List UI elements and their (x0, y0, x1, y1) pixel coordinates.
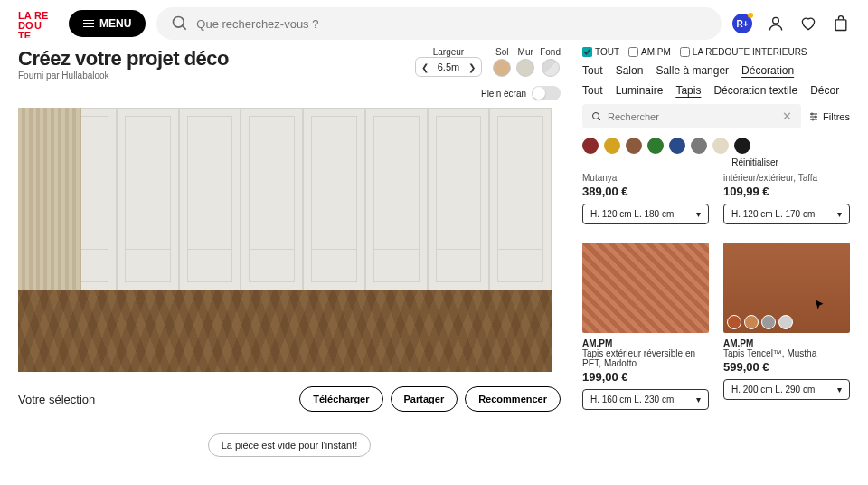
svg-text:U: U (34, 20, 42, 31)
search-bar[interactable] (156, 7, 722, 40)
product-image[interactable] (723, 242, 850, 333)
product-price: 389,00 € (582, 185, 709, 198)
logo[interactable]: LAREDOUTE (18, 9, 58, 38)
product-brand: Mutanya (582, 173, 709, 183)
sub-tab-luminaire[interactable]: Luminaire (616, 84, 664, 97)
menu-label: MENU (99, 17, 131, 30)
svg-point-9 (593, 112, 599, 119)
width-stepper[interactable]: ❮ 6.5m ❯ (415, 57, 482, 77)
selection-label: Votre sélection (18, 393, 95, 406)
wishlist-icon[interactable] (799, 14, 817, 33)
product-price: 109,99 € (723, 185, 850, 198)
product-name: Tapis extérieur réversible en PET, Madot… (582, 348, 709, 368)
brand-laredoute-checkbox[interactable]: LA REDOUTE INTERIEURS (680, 47, 807, 57)
product-price: 199,00 € (582, 370, 709, 384)
product-name: Tapis Tencel™, Mustha (723, 348, 850, 358)
chevron-left-icon[interactable]: ❮ (421, 62, 429, 72)
mur-swatch[interactable] (516, 59, 534, 77)
chevron-down-icon: ▾ (696, 209, 701, 219)
sliders-icon (808, 111, 819, 122)
brand-ampm-checkbox[interactable]: AM.PM (628, 47, 671, 57)
product-image[interactable] (582, 242, 709, 333)
chevron-down-icon: ▾ (837, 209, 842, 219)
sol-swatch[interactable] (493, 59, 511, 77)
sub-tab-tapis[interactable]: Tapis (675, 84, 701, 97)
product-brand: AM.PM (582, 338, 709, 348)
catalog-search[interactable]: ✕ (582, 104, 801, 128)
svg-point-15 (815, 116, 816, 118)
sub-tab-textile[interactable]: Décoration textile (713, 84, 797, 97)
variant-swatch[interactable] (727, 315, 741, 329)
clear-icon[interactable]: ✕ (782, 109, 792, 123)
sub-tab-tout[interactable]: Tout (582, 84, 603, 97)
share-button[interactable]: Partager (391, 386, 458, 412)
color-swatch[interactable] (582, 138, 599, 154)
color-swatch[interactable] (669, 138, 685, 154)
size-select[interactable]: H. 120 cm L. 170 cm▾ (723, 204, 850, 224)
svg-point-7 (773, 17, 779, 24)
account-icon[interactable] (767, 14, 785, 33)
variant-swatch[interactable] (744, 315, 759, 329)
product-card[interactable]: AM.PM Tapis Tencel™, Mustha 599,00 € H. … (723, 242, 850, 400)
svg-line-6 (183, 26, 186, 30)
room-preview[interactable] (18, 108, 552, 372)
chevron-down-icon: ▾ (696, 395, 701, 404)
brand-all-checkbox[interactable]: TOUT (582, 47, 619, 57)
search-icon (591, 111, 602, 122)
catalog-search-input[interactable] (608, 111, 777, 122)
color-swatch[interactable] (712, 138, 729, 154)
search-input[interactable] (196, 17, 707, 31)
product-name: intérieur/extérieur, Taffa (723, 173, 850, 183)
svg-point-16 (812, 119, 814, 120)
color-swatch[interactable] (604, 138, 620, 154)
search-icon (171, 14, 189, 33)
color-swatch[interactable] (691, 138, 707, 154)
empty-message: La pièce est vide pour l'instant! (208, 433, 372, 457)
product-card[interactable]: AM.PM Tapis extérieur réversible en PET,… (582, 242, 709, 410)
variant-swatches (727, 315, 793, 329)
filters-button[interactable]: Filtres (808, 111, 850, 122)
mur-label: Mur (518, 47, 533, 57)
hamburger-icon (83, 20, 94, 28)
size-select[interactable]: H. 160 cm L. 230 cm▾ (582, 389, 709, 410)
chevron-right-icon[interactable]: ❯ (468, 62, 476, 72)
width-value: 6.5m (438, 62, 459, 72)
fullscreen-toggle[interactable] (532, 86, 561, 100)
page-title: Créez votre projet déco (18, 47, 229, 71)
svg-rect-8 (835, 20, 846, 31)
color-swatch[interactable] (647, 138, 664, 154)
cursor-icon (814, 299, 826, 311)
download-button[interactable]: Télécharger (299, 386, 382, 412)
svg-point-5 (174, 17, 184, 28)
restart-button[interactable]: Recommencer (465, 386, 561, 412)
product-price: 599,00 € (723, 360, 850, 374)
svg-text:TE: TE (18, 30, 31, 38)
chevron-down-icon: ▾ (837, 385, 842, 395)
size-select[interactable]: H. 120 cm L. 180 cm▾ (582, 204, 709, 224)
variant-swatch[interactable] (778, 315, 793, 329)
reset-filters-link[interactable]: Réinitialiser (660, 157, 850, 167)
sub-tab-decor[interactable]: Décor (810, 84, 839, 97)
cart-icon[interactable] (832, 14, 850, 33)
svg-point-14 (811, 113, 813, 115)
svg-line-10 (599, 118, 601, 120)
fond-swatch[interactable] (542, 59, 560, 77)
fullscreen-label: Plein écran (481, 89, 526, 99)
page-subtitle: Fourni par Hullabalook (18, 71, 229, 81)
color-filter-row (582, 138, 850, 154)
product-brand: AM.PM (723, 338, 850, 348)
cat-tab-decoration[interactable]: Décoration (741, 64, 794, 77)
fond-label: Fond (540, 47, 561, 57)
color-swatch[interactable] (734, 138, 750, 154)
cat-tab-salon[interactable]: Salon (616, 64, 644, 77)
rewards-badge[interactable]: R+ (732, 14, 752, 33)
cat-tab-tout[interactable]: Tout (582, 64, 603, 77)
sol-label: Sol (495, 47, 508, 57)
variant-swatch[interactable] (761, 315, 776, 329)
color-swatch[interactable] (626, 138, 642, 154)
width-label: Largeur (415, 47, 482, 57)
menu-button[interactable]: MENU (69, 10, 146, 37)
cat-tab-salle[interactable]: Salle à manger (656, 64, 729, 77)
size-select[interactable]: H. 200 cm L. 290 cm▾ (723, 379, 850, 400)
